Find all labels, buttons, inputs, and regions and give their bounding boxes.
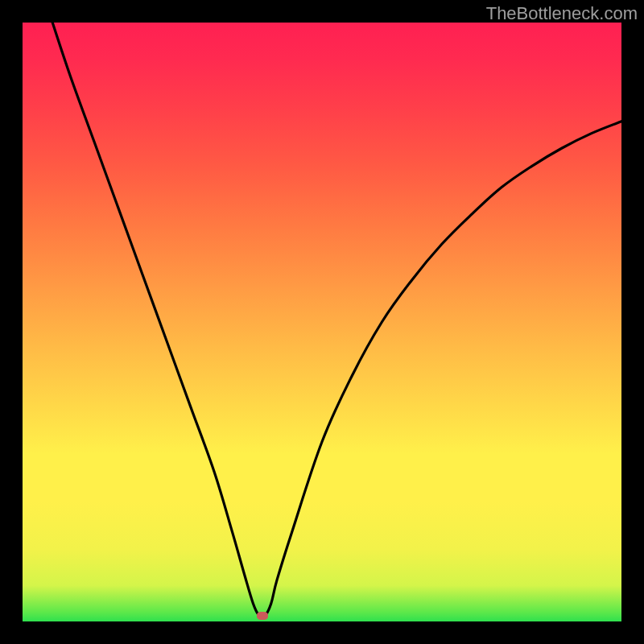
bottleneck-curve xyxy=(23,23,621,621)
minimum-marker xyxy=(257,612,268,620)
chart-container: TheBottleneck.com xyxy=(0,0,644,644)
plot-area xyxy=(23,23,621,621)
watermark-text: TheBottleneck.com xyxy=(486,3,638,24)
